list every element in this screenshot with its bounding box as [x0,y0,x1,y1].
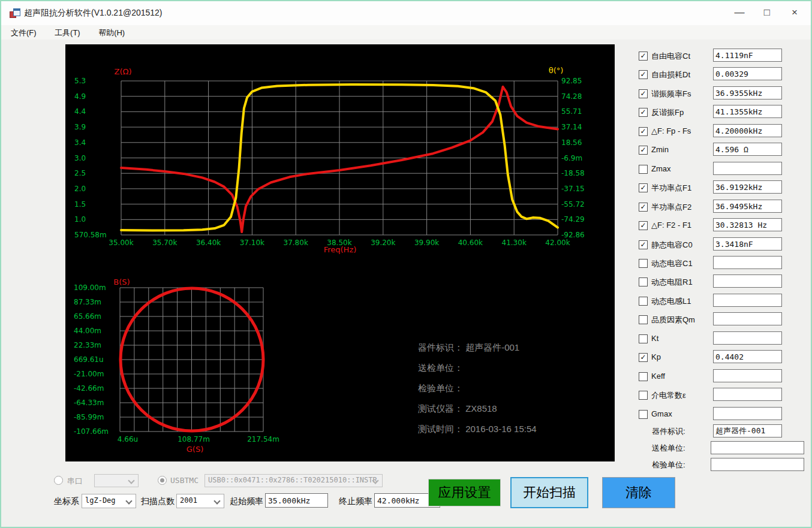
result-value-field[interactable] [713,331,782,345]
checkbox-unchecked-icon[interactable] [639,391,648,400]
checkbox-checked-icon[interactable] [639,127,648,136]
svg-text:40.60k: 40.60k [458,239,483,247]
checkbox-unchecked-icon[interactable] [639,297,648,306]
sweep-points-value: 2001 [180,496,197,505]
result-label: △F: F2 - F1 [651,221,691,230]
result-value-field[interactable] [713,200,782,213]
svg-text:3.0: 3.0 [74,154,86,162]
checkbox-checked-icon[interactable] [639,89,648,98]
menu-tools[interactable]: 工具(T) [49,25,86,41]
result-label: 反谐振Fp [651,107,684,118]
checkbox-unchecked-icon[interactable] [639,372,648,381]
svg-text:4.66u: 4.66u [118,435,138,443]
minimize-button[interactable]: — [726,1,753,24]
svg-text:65.66m: 65.66m [74,312,101,321]
result-value-field[interactable] [713,143,782,156]
coordinate-system-label: 坐标系 [54,496,79,507]
result-value-field[interactable] [713,294,782,307]
result-label: 静态电容C0 [651,240,693,251]
svg-text:-74.29: -74.29 [561,215,585,224]
start-frequency-input[interactable] [265,493,328,508]
result-label: 动态电感L1 [651,296,691,307]
result-value-field[interactable] [713,218,782,231]
extra-field-input[interactable] [713,424,782,438]
result-value-field[interactable] [713,350,782,363]
title-bar: 超声阻抗分析软件(V1.0.21@201512) — □ × [1,1,811,25]
extra-field-input[interactable] [711,441,804,454]
svg-text:-18.58: -18.58 [561,169,585,177]
result-value-field[interactable] [713,237,782,251]
svg-text:109.00m: 109.00m [74,283,106,292]
coordinate-system-value: lgZ-Deg [85,496,116,505]
checkbox-unchecked-icon[interactable] [639,334,648,343]
checkbox-checked-icon[interactable] [639,183,648,192]
svg-text:B(S): B(S) [113,277,130,286]
svg-text:1.0: 1.0 [74,215,86,224]
svg-text:41.30k: 41.30k [502,239,527,247]
svg-text:87.33m: 87.33m [74,298,101,306]
serial-radio[interactable] [54,476,63,485]
svg-text:18.56: 18.56 [561,138,582,147]
svg-text:55.71: 55.71 [561,107,582,116]
result-label: 自由损耗Dt [651,70,690,80]
plot-panel: 5.34.94.43.93.43.02.52.01.51.0570.58m92.… [65,44,615,461]
result-value-field[interactable] [713,274,782,288]
apply-settings-button[interactable]: 应用设置 [428,479,501,506]
checkbox-checked-icon[interactable] [639,146,648,155]
checkbox-checked-icon[interactable] [639,221,648,230]
result-value-field[interactable] [713,49,782,62]
result-value-field[interactable] [713,407,782,420]
extra-field-label: 器件标识: [652,426,685,437]
result-value-field[interactable] [713,86,782,99]
checkbox-checked-icon[interactable] [639,203,648,212]
svg-text:-6.9m: -6.9m [561,154,582,162]
start-scan-button[interactable]: 开始扫描 [510,477,588,508]
maximize-button[interactable]: □ [753,1,781,24]
app-icon [10,8,20,17]
svg-text:-55.72: -55.72 [561,200,585,209]
checkbox-unchecked-icon[interactable] [639,277,648,286]
result-label: Gmax [651,409,672,418]
result-label: 半功率点F2 [651,202,691,213]
checkbox-checked-icon[interactable] [639,70,648,79]
checkbox-checked-icon[interactable] [639,108,648,117]
result-value-field[interactable] [713,256,782,269]
svg-text:37.10k: 37.10k [240,239,264,247]
serial-port-combo[interactable] [94,474,139,487]
svg-text:2.0: 2.0 [74,185,86,193]
checkbox-unchecked-icon[interactable] [639,165,648,174]
result-value-field[interactable] [713,162,782,175]
usbtmc-radio[interactable] [158,476,167,485]
result-value-field[interactable] [713,105,782,118]
coordinate-system-combo[interactable]: lgZ-Deg [82,494,136,508]
result-value-field[interactable] [713,369,782,382]
checkbox-unchecked-icon[interactable] [639,410,648,419]
result-label: 自由电容Ct [651,51,690,62]
extra-field-input[interactable] [711,458,804,471]
info-line: 测试仪器： ZX8518 [418,399,537,419]
checkbox-checked-icon[interactable] [639,240,648,249]
checkbox-unchecked-icon[interactable] [639,315,648,324]
result-value-field[interactable] [713,124,782,137]
usbtmc-address-combo[interactable]: USB0::0x0471::0x2786::T020215010::INSTR [204,474,383,487]
result-value-field[interactable] [713,67,782,80]
svg-text:44.00m: 44.00m [74,327,101,335]
result-label: Kt [651,334,658,343]
svg-text:-107.66m: -107.66m [74,427,109,436]
result-value-field[interactable] [713,180,782,194]
checkbox-unchecked-icon[interactable] [639,259,648,268]
extra-field-label: 检验单位: [652,460,685,470]
info-line: 检验单位： [418,378,537,399]
menu-help[interactable]: 帮助(H) [92,25,131,41]
result-value-field[interactable] [713,312,782,325]
clear-button[interactable]: 清除 [602,477,675,508]
svg-text:92.85: 92.85 [561,77,582,85]
menu-file[interactable]: 文件(F) [5,25,43,41]
sweep-points-combo[interactable]: 2001 [176,494,224,508]
result-value-field[interactable] [713,388,782,401]
info-line: 送检单位： [418,358,537,378]
checkbox-checked-icon[interactable] [639,52,648,61]
checkbox-checked-icon[interactable] [639,353,648,362]
svg-text:2.5: 2.5 [74,169,86,177]
close-button[interactable]: × [781,1,808,24]
